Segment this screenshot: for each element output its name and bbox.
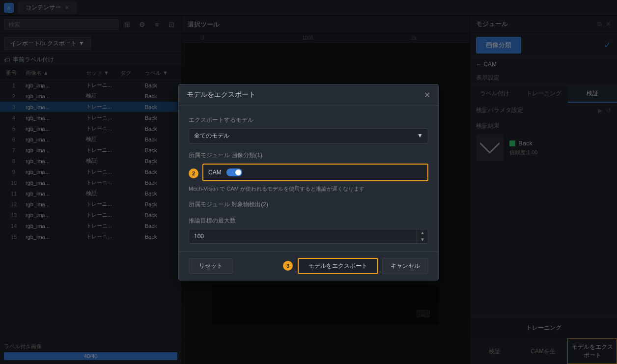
modal-footer: リセット 3 モデルをエクスポート キャンセル xyxy=(179,252,438,280)
module-section2-label: 所属モジュール 対象物検出(2) xyxy=(189,201,268,208)
export-model-label: エクスポートするモデル xyxy=(189,116,428,124)
model-select-value: 全てのモデル xyxy=(194,132,229,140)
max-targets-input[interactable]: 100 xyxy=(189,229,417,243)
modal-close-button[interactable]: ✕ xyxy=(424,90,430,100)
cam-toggle-label: CAM xyxy=(208,169,222,176)
module-section-1: 所属モジュール 画像分類(1) 2 CAM Mech-Vision で CAM … xyxy=(189,151,428,193)
modal-body: エクスポートするモデル 全てのモデル ▼ 所属モジュール 画像分類(1) 2 C… xyxy=(179,106,438,252)
cam-toggle-row: CAM xyxy=(202,164,428,181)
step3-badge: 3 xyxy=(283,261,293,271)
modal-header: モデルをエクスポート ✕ xyxy=(179,84,438,106)
cam-toggle[interactable] xyxy=(226,168,242,176)
reset-button[interactable]: リセット xyxy=(189,258,233,274)
max-targets-section: 推論目標の最大数 100 ▲ ▼ xyxy=(189,217,428,244)
modal-title: モデルをエクスポート xyxy=(187,90,255,99)
cam-toggle-container: 2 CAM xyxy=(189,164,428,183)
footer-right: 3 モデルをエクスポート キャンセル xyxy=(283,258,428,274)
modal-overlay: モデルをエクスポート ✕ エクスポートするモデル 全てのモデル ▼ 所属モジュー… xyxy=(0,0,617,364)
module-section-2: 所属モジュール 対象物検出(2) xyxy=(189,200,428,209)
dropdown-chevron-icon: ▼ xyxy=(417,132,423,139)
export-model-button[interactable]: モデルをエクスポート xyxy=(298,258,378,274)
number-input-row: 100 ▲ ▼ xyxy=(189,229,428,244)
toggle-track[interactable] xyxy=(226,168,242,176)
cam-warning-text: Mech-Vision で CAM が使われるモデルを使用すると推論が遅くなりま… xyxy=(189,185,428,193)
number-spinners: ▲ ▼ xyxy=(417,229,428,243)
module-section1-label: 所属モジュール 画像分類(1) xyxy=(189,151,428,160)
max-targets-label: 推論目標の最大数 xyxy=(189,217,428,225)
spinner-down-button[interactable]: ▼ xyxy=(417,236,428,243)
export-modal: モデルをエクスポート ✕ エクスポートするモデル 全てのモデル ▼ 所属モジュー… xyxy=(178,84,439,280)
step2-badge: 2 xyxy=(189,168,198,178)
cancel-button[interactable]: キャンセル xyxy=(382,258,428,274)
spinner-up-button[interactable]: ▲ xyxy=(417,229,428,236)
model-dropdown[interactable]: 全てのモデル ▼ xyxy=(189,128,428,143)
toggle-thumb xyxy=(235,169,241,175)
export-btn-container: 3 モデルをエクスポート xyxy=(283,258,378,274)
